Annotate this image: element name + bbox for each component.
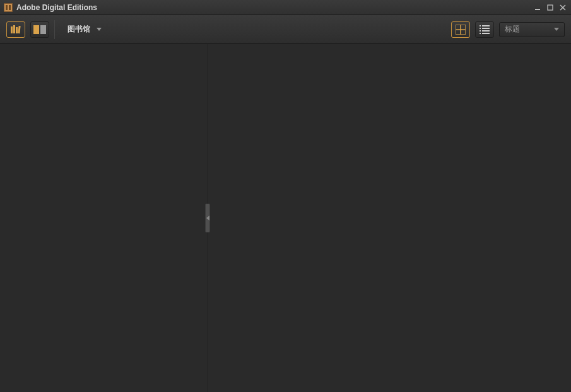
svg-rect-14 [482, 28, 490, 29]
toolbar-left-group: 图书馆 [6, 20, 109, 39]
svg-rect-6 [33, 25, 39, 34]
maximize-button[interactable] [546, 3, 555, 12]
window-controls [533, 3, 567, 12]
sort-select-label: 标题 [505, 24, 554, 35]
titlebar: Adobe Digital Editions [0, 0, 571, 15]
toolbar-right-group: 标题 [451, 21, 565, 38]
content-area [0, 44, 571, 392]
svg-rect-18 [482, 33, 490, 34]
close-button[interactable] [558, 3, 567, 12]
svg-rect-4 [16, 27, 18, 33]
svg-rect-0 [535, 9, 540, 10]
thumbnail-view-icon [456, 25, 466, 35]
library-view-button[interactable] [6, 21, 25, 38]
main-panel [208, 44, 571, 392]
chevron-down-icon [97, 28, 102, 31]
sort-select[interactable]: 标题 [499, 22, 565, 37]
svg-rect-11 [480, 25, 481, 26]
toolbar: 图书馆 标题 [0, 15, 571, 44]
svg-rect-13 [480, 28, 481, 29]
chevron-down-icon [554, 28, 559, 31]
sidebar-panel [0, 44, 208, 392]
svg-rect-12 [482, 25, 490, 26]
thumbnail-view-button[interactable] [451, 21, 470, 38]
svg-rect-1 [548, 5, 553, 10]
svg-rect-3 [13, 25, 15, 33]
svg-rect-16 [482, 30, 490, 32]
svg-rect-17 [480, 33, 481, 34]
minimize-button[interactable] [533, 3, 542, 12]
list-view-icon [480, 25, 490, 34]
library-menu-label: 图书馆 [68, 24, 90, 35]
toolbar-separator [54, 20, 55, 39]
list-view-button[interactable] [475, 21, 494, 38]
svg-rect-5 [18, 25, 20, 33]
library-menu[interactable]: 图书馆 [60, 20, 109, 39]
svg-rect-15 [480, 30, 481, 32]
svg-rect-7 [40, 25, 46, 34]
window-title: Adobe Digital Editions [16, 3, 533, 12]
reading-view-button[interactable] [30, 21, 49, 38]
library-view-icon [10, 25, 21, 35]
reading-view-icon [33, 25, 46, 34]
svg-rect-2 [11, 26, 13, 33]
sidebar-collapse-handle[interactable] [205, 204, 210, 233]
app-icon [4, 3, 13, 12]
